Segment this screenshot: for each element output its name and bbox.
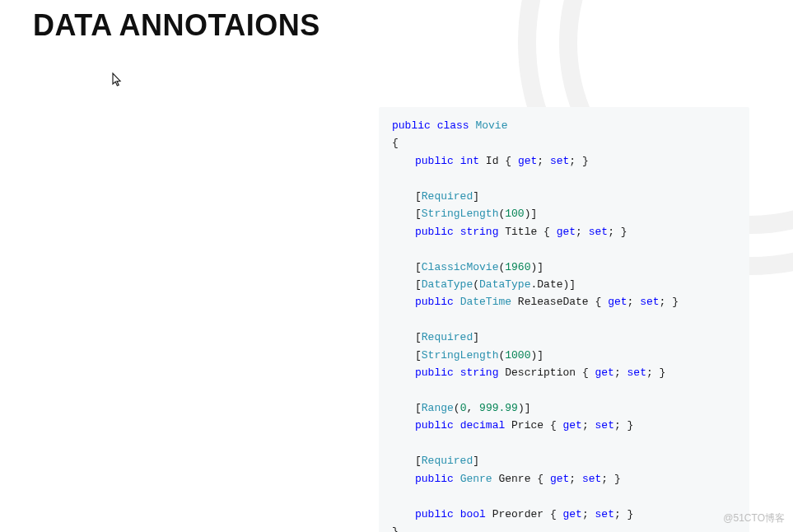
num-100: 100 — [505, 208, 524, 220]
lb: [ — [415, 455, 422, 467]
rb: ] — [473, 190, 479, 203]
attr-required: Required — [422, 455, 473, 467]
rb: ] — [530, 208, 537, 220]
rp: ) — [518, 402, 525, 414]
brace-close: } — [621, 226, 627, 238]
kw-set: set — [550, 155, 569, 167]
kw-string: string — [460, 366, 499, 379]
brace-close: } — [614, 473, 621, 485]
kw-int: int — [460, 155, 479, 167]
semi: ; — [608, 226, 614, 238]
num-1960: 1960 — [505, 261, 530, 273]
brace-close: } — [627, 419, 634, 432]
prop-releasedate: ReleaseDate — [518, 296, 589, 308]
kw-set: set — [589, 226, 608, 238]
attr-required: Required — [422, 190, 473, 203]
lb: [ — [415, 278, 422, 291]
prop-description: Description — [505, 366, 576, 379]
enum-date: Date — [537, 278, 562, 291]
type-datetime: DateTime — [460, 296, 511, 308]
semi: ; — [614, 419, 621, 432]
kw-public: public — [392, 119, 431, 132]
brace-open: { — [550, 508, 557, 520]
rb: ] — [473, 331, 479, 343]
kw-get: get — [608, 296, 627, 308]
kw-public: public — [415, 473, 454, 485]
cursor-icon — [111, 72, 123, 89]
kw-public: public — [415, 508, 454, 520]
rb: ] — [473, 455, 479, 467]
kw-set: set — [595, 508, 614, 520]
attr-classicmovie: ClassicMovie — [422, 261, 499, 273]
kw-get: get — [557, 226, 576, 238]
brace-close: } — [392, 525, 399, 532]
slide: DATA ANNOTAIONS public class Movie { pub… — [0, 0, 793, 532]
type-movie: Movie — [475, 119, 507, 132]
code-block: public class Movie { public int Id { get… — [379, 107, 749, 532]
semi: ; — [576, 226, 582, 238]
brace-open: { — [582, 366, 589, 379]
attr-required: Required — [422, 331, 473, 343]
kw-set: set — [627, 366, 646, 379]
prop-id: Id — [486, 155, 499, 167]
brace-close: } — [660, 366, 666, 379]
rb: ] — [569, 278, 576, 291]
prop-price: Price — [511, 419, 543, 432]
type-genre: Genre — [460, 473, 492, 485]
brace-open: { — [595, 296, 602, 308]
lp: ( — [454, 402, 460, 414]
enum-datatype: DataType — [479, 278, 530, 291]
brace-close: } — [672, 296, 679, 308]
kw-bool: bool — [460, 508, 486, 520]
lp: ( — [473, 278, 479, 291]
kw-public: public — [415, 155, 454, 167]
kw-public: public — [415, 419, 454, 432]
comma: , — [466, 402, 473, 414]
semi: ; — [660, 296, 666, 308]
semi: ; — [537, 155, 543, 167]
attr-stringlength: StringLength — [422, 349, 499, 362]
kw-set: set — [640, 296, 659, 308]
kw-get: get — [595, 366, 614, 379]
semi: ; — [582, 419, 589, 432]
lb: [ — [415, 190, 422, 203]
prop-title: Title — [505, 226, 537, 238]
num-1000: 1000 — [505, 349, 530, 362]
kw-set: set — [595, 419, 614, 432]
watermark: @51CTO博客 — [723, 511, 785, 525]
semi: ; — [601, 473, 608, 485]
semi: ; — [569, 155, 576, 167]
slide-heading: DATA ANNOTAIONS — [33, 8, 320, 43]
kw-decimal: decimal — [460, 419, 506, 432]
brace-open: { — [505, 155, 511, 167]
brace-open: { — [550, 419, 557, 432]
kw-get: get — [550, 473, 569, 485]
semi: ; — [646, 366, 653, 379]
semi: ; — [627, 296, 634, 308]
kw-get: get — [563, 419, 582, 432]
brace-open: { — [392, 137, 399, 149]
lb: [ — [415, 261, 422, 273]
kw-get: get — [518, 155, 537, 167]
kw-string: string — [460, 226, 499, 238]
rb: ] — [537, 261, 543, 273]
kw-public: public — [415, 296, 454, 308]
kw-class: class — [437, 119, 469, 132]
rb: ] — [537, 349, 543, 362]
kw-set: set — [582, 473, 601, 485]
lb: [ — [415, 349, 422, 362]
brace-open: { — [537, 473, 543, 485]
attr-range: Range — [422, 402, 454, 414]
prop-genre: Genre — [498, 473, 530, 485]
brace-open: { — [543, 226, 550, 238]
lb: [ — [415, 208, 422, 220]
semi: ; — [582, 508, 589, 520]
num-99999: 999.99 — [479, 402, 518, 414]
kw-public: public — [415, 226, 454, 238]
lb: [ — [415, 402, 422, 414]
semi: ; — [614, 508, 621, 520]
kw-public: public — [415, 366, 454, 379]
brace-close: } — [582, 155, 589, 167]
prop-preorder: Preorder — [492, 508, 543, 520]
lb: [ — [415, 331, 422, 343]
